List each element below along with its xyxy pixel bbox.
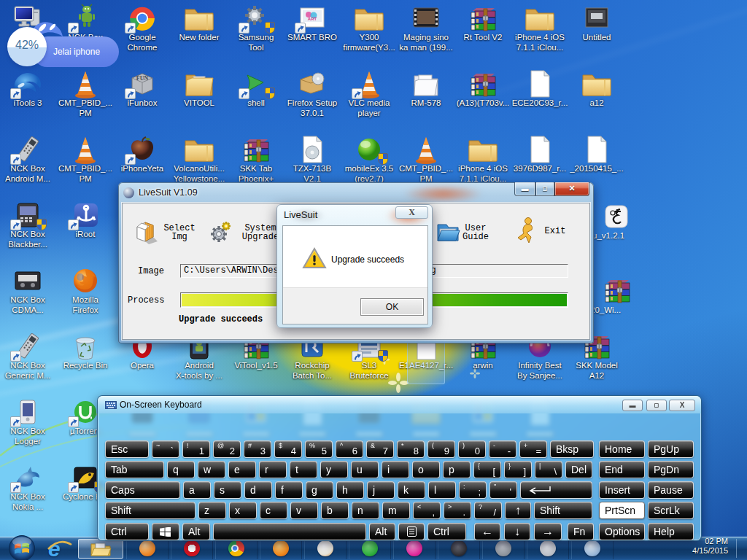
svg-text:FUN: FUN (136, 75, 149, 82)
svg-text:ART: ART (308, 17, 317, 21)
